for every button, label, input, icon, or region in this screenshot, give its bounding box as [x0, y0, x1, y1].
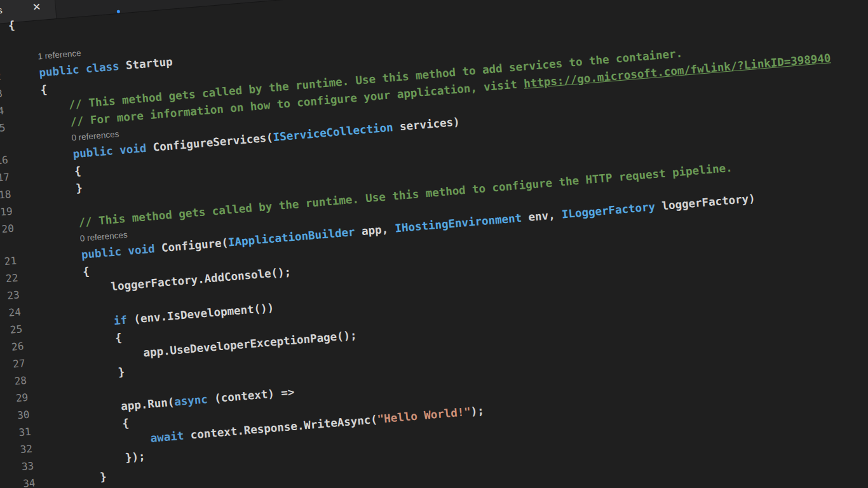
code-token: });	[125, 450, 146, 464]
code-line[interactable]: if (env.IsDevelopment())	[113, 299, 275, 330]
code-token: }	[99, 470, 107, 484]
code-token: if	[113, 313, 128, 327]
code-line[interactable]	[9, 34, 10, 51]
code-token: {	[74, 165, 81, 178]
code-line[interactable]: }	[99, 468, 107, 486]
code-token: {	[114, 331, 122, 344]
code-line[interactable]: await context.Response.WriteAsync("Hello…	[150, 402, 485, 447]
code-line[interactable]	[76, 197, 78, 214]
code-token: Configure(	[161, 236, 229, 255]
window-backdrop: Startup.cs ✕ 101112131415161718192021222…	[0, 0, 868, 488]
code-token: IServiceCollection	[273, 121, 394, 144]
code-token: }	[118, 365, 125, 379]
code-line[interactable]: app.Run(async (context) =>	[120, 384, 295, 416]
code-token: loggerFactory)	[654, 192, 756, 213]
code-token: app.Run(	[120, 396, 175, 413]
code-token: {	[122, 417, 130, 430]
code-line[interactable]: {	[121, 415, 130, 433]
code-line[interactable]: {	[82, 263, 90, 281]
code-token: (env.IsDevelopment())	[126, 301, 275, 326]
code-line[interactable]	[112, 295, 113, 313]
code-token: ConfigureServices(	[153, 131, 274, 154]
code-token: app.UseDeveloperExceptionPage();	[143, 329, 358, 359]
code-token: ILoggerFactory	[561, 200, 656, 220]
code-line[interactable]: {	[40, 81, 48, 99]
code-line[interactable]: });	[125, 448, 146, 467]
code-line[interactable]	[119, 381, 120, 398]
code-line[interactable]: }	[118, 363, 126, 381]
code-token: "Hello World!"	[377, 405, 471, 426]
code-token: );	[470, 404, 485, 418]
code-token: {	[40, 83, 48, 97]
code-line[interactable]: {	[114, 329, 123, 347]
code-token: }	[75, 181, 83, 194]
code-token: IHostingEnvironment	[395, 212, 522, 235]
code-line[interactable]: app.UseDeveloperExceptionPage();	[142, 327, 357, 362]
code-token: Startup	[125, 55, 173, 72]
code-token: IApplicationBuilder	[227, 226, 355, 249]
code-token: loggerFactory.AddConsole();	[111, 265, 292, 293]
code-token: {	[8, 18, 15, 32]
code-line[interactable]: {	[8, 17, 16, 34]
code-token: async	[173, 393, 208, 408]
code-token: context.Response.WriteAsync(	[183, 413, 377, 442]
code-token: await	[150, 429, 184, 444]
editor-surface: Startup.cs ✕ 101112131415161718192021222…	[0, 0, 868, 488]
code-token: (context) =>	[207, 386, 295, 405]
code-token: {	[82, 265, 90, 278]
code-line[interactable]: {	[74, 163, 82, 180]
code-token: services)	[393, 115, 461, 133]
code-token: env,	[521, 208, 562, 224]
code-line[interactable]: loggerFactory.AddConsole();	[110, 263, 292, 295]
code-editor-area[interactable]: {1 referencepublic class Startup{// This…	[0, 0, 868, 488]
code-token: app,	[355, 222, 396, 238]
code-line[interactable]: }	[75, 179, 83, 197]
